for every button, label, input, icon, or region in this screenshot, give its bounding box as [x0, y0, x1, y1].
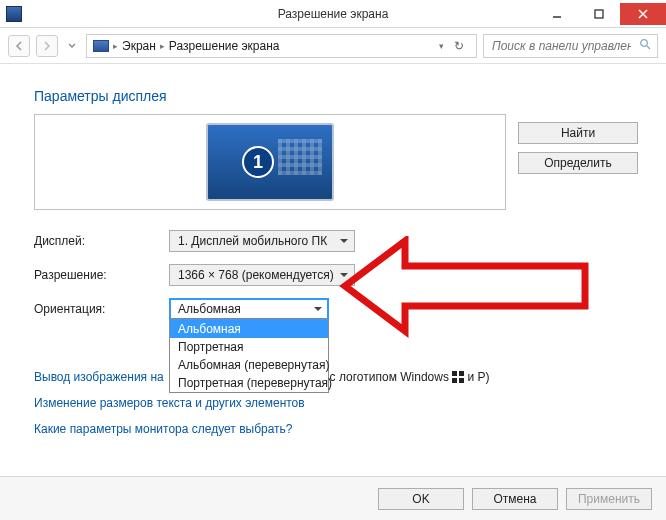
cancel-button[interactable]: Отмена [472, 488, 558, 510]
dialog-footer: OK Отмена Применить [0, 476, 666, 520]
breadcrumb-item-resolution[interactable]: Разрешение экрана [169, 39, 280, 53]
windows-key-icon [452, 371, 464, 383]
project-text-tail: и P) [464, 370, 489, 384]
maximize-button[interactable] [578, 3, 620, 25]
resolution-label: Разрешение: [34, 268, 169, 282]
svg-line-5 [647, 46, 650, 49]
display-dropdown-value: 1. Дисплей мобильного ПК [178, 234, 327, 248]
chevron-right-icon: ▸ [160, 41, 165, 51]
svg-rect-1 [595, 10, 603, 18]
minimize-button[interactable] [536, 3, 578, 25]
chevron-down-icon[interactable]: ▾ [439, 41, 444, 51]
orientation-option-landscape[interactable]: Альбомная [170, 320, 328, 338]
ok-button[interactable]: OK [378, 488, 464, 510]
refresh-button[interactable]: ↻ [448, 39, 470, 53]
display-dropdown[interactable]: 1. Дисплей мобильного ПК [169, 230, 355, 252]
text-size-link[interactable]: Изменение размеров текста и других элеме… [34, 396, 305, 410]
breadcrumb-item-screen[interactable]: Экран [122, 39, 156, 53]
forward-button[interactable] [36, 35, 58, 57]
svg-point-4 [641, 40, 648, 47]
find-button[interactable]: Найти [518, 122, 638, 144]
project-link-prefix[interactable]: Вывод изображения на [34, 370, 164, 384]
orientation-option-portrait-flipped[interactable]: Портретная (перевернутая) [170, 374, 328, 392]
monitor-thumbnail[interactable]: 1 [206, 123, 334, 201]
content-area: Параметры дисплея 1 Найти Определить Дис… [0, 64, 666, 476]
orientation-label: Ориентация: [34, 302, 169, 316]
close-button[interactable] [620, 3, 666, 25]
app-icon [6, 6, 22, 22]
search-input[interactable] [490, 38, 633, 54]
orientation-dropdown-list: Альбомная Портретная Альбомная (переверн… [169, 319, 329, 393]
orientation-option-landscape-flipped[interactable]: Альбомная (перевернутая) [170, 356, 328, 374]
recent-locations-button[interactable] [64, 35, 80, 57]
resolution-dropdown-value: 1366 × 768 (рекомендуется) [178, 268, 334, 282]
display-label: Дисплей: [34, 234, 169, 248]
search-icon [639, 38, 651, 53]
resolution-dropdown[interactable]: 1366 × 768 (рекомендуется) [169, 264, 355, 286]
orientation-dropdown-value: Альбомная [178, 302, 241, 316]
search-box[interactable] [483, 34, 658, 58]
monitor-number-badge: 1 [242, 146, 274, 178]
orientation-option-portrait[interactable]: Портретная [170, 338, 328, 356]
back-button[interactable] [8, 35, 30, 57]
chevron-right-icon: ▸ [113, 41, 118, 51]
display-preview[interactable]: 1 [34, 114, 506, 210]
links-block: Вывод изображения на ___________________… [34, 370, 638, 436]
monitor-icon [93, 40, 109, 52]
navbar: ▸ Экран ▸ Разрешение экрана ▾ ↻ [0, 28, 666, 64]
monitor-help-link[interactable]: Какие параметры монитора следует выбрать… [34, 422, 293, 436]
orientation-dropdown[interactable]: Альбомная Альбомная Портретная Альбомная… [169, 298, 329, 320]
detect-button[interactable]: Определить [518, 152, 638, 174]
page-title: Параметры дисплея [34, 88, 638, 104]
breadcrumb[interactable]: ▸ Экран ▸ Разрешение экрана ▾ ↻ [86, 34, 477, 58]
apply-button[interactable]: Применить [566, 488, 652, 510]
titlebar: Разрешение экрана [0, 0, 666, 28]
